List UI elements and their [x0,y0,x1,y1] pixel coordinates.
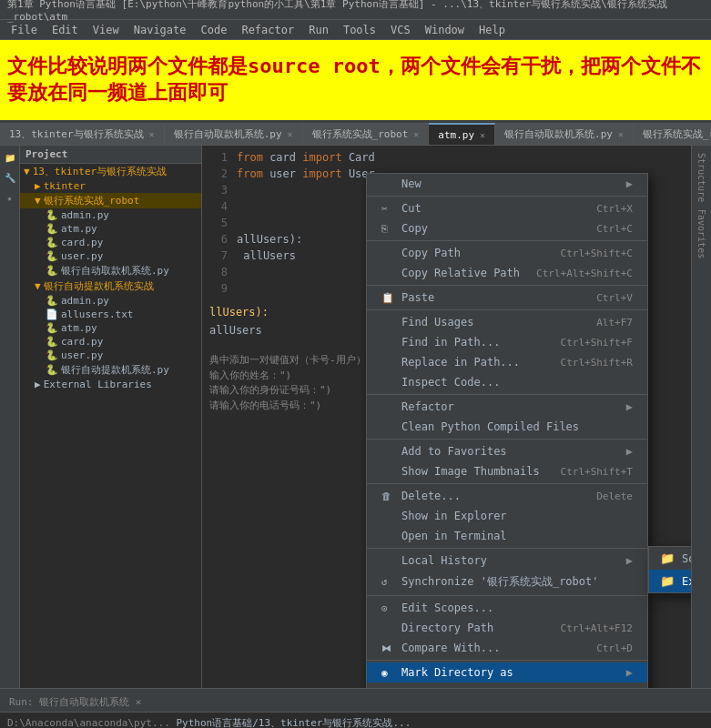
ctx-find-in-path[interactable]: Find in Path... Ctrl+Shift+F [367,332,647,352]
tree-item-tkinter[interactable]: ▶ tkinter [20,179,201,193]
ctx-open-terminal[interactable]: Open in Terminal [367,526,647,546]
menu-navigate[interactable]: Navigate [127,22,194,38]
ctx-copy[interactable]: ⎘Copy Ctrl+C [367,218,647,238]
ctx-add-favorites[interactable]: Add to Favorites ▶ [367,441,647,461]
tree-item-bank2folder[interactable]: ▼ 银行自动提款机系统实战 [20,278,201,294]
folder-icon: ▼ [24,166,30,177]
close-icon[interactable]: ✕ [480,130,485,140]
ctx-compare-with[interactable]: ⧓Compare With... Ctrl+D [367,638,647,658]
tree-item-admin1[interactable]: 🐍 admin.py [20,208,201,222]
tree-item-allusers[interactable]: 📄 allusers.txt [20,308,201,321]
close-icon[interactable]: ✕ [618,129,624,139]
menu-view[interactable]: View [86,22,127,38]
ctx-directory-path[interactable]: Directory Path Ctrl+Alt+F12 [367,618,647,638]
project-header: Project [20,146,201,164]
ctx-local-history[interactable]: Local History ▶ [367,551,647,571]
tree-item-root[interactable]: ▼ 13、tkinter与银行系统实战 [20,164,201,179]
separator [367,439,647,440]
separator [367,196,647,197]
close-icon[interactable]: ✕ [288,129,293,139]
project-tree: ▼ 13、tkinter与银行系统实战 ▶ tkinter ▼ 银行系统实战_r… [20,164,201,688]
py-icon: 🐍 [46,237,58,248]
submenu-excluded[interactable]: 📁 Excluded [649,570,691,592]
tree-item-bank1[interactable]: 🐍 银行自动取款机系统.py [20,263,201,278]
tab-0[interactable]: 13、tkinter与银行系统实战 ✕ [0,123,165,145]
ctx-show-thumbnails[interactable]: Show Image Thumbnails Ctrl+Shift+T [367,461,647,481]
ctx-replace-in-path[interactable]: Replace in Path... Ctrl+Shift+R [367,352,647,372]
ctx-clean-compiled[interactable]: Clean Python Compiled Files [367,417,647,437]
py-icon: 🐍 [46,295,58,307]
tab-1[interactable]: 银行自动取款机系统.py ✕ [165,123,303,145]
py-icon: 🐍 [46,364,58,376]
excluded-label: Excluded [682,575,691,588]
submenu-sources-root[interactable]: 📁 Sources Root [649,547,691,570]
tab-5[interactable]: 银行系统实战_robot\atm.py [634,123,711,145]
py-icon: 🐍 [46,265,58,277]
excluded-icon: 📁 [660,574,675,588]
sources-root-label: Sources Root [682,552,691,565]
run-path-line: D:\Anaconda\anaconda\pyt... Python语言基础/1… [7,716,704,728]
close-icon[interactable]: ✕ [413,129,419,139]
ctx-find-usages[interactable]: Find Usages Alt+F7 [367,312,647,332]
tree-item-external[interactable]: ▶ External Libraries [20,378,201,391]
tree-item-user2[interactable]: 🐍 user.py [20,349,201,362]
menu-vcs[interactable]: VCS [383,22,418,38]
menu-tools[interactable]: Tools [336,22,383,38]
separator [367,309,647,310]
separator [367,548,647,549]
right-sidebar: Structure Favorites [691,146,711,688]
ctx-paste[interactable]: 📋Paste Ctrl+V [367,288,647,308]
tab-2[interactable]: 银行系统实战_robot ✕ [303,123,430,145]
ctx-cut[interactable]: ✂Cut Ctrl+X [367,198,647,218]
py-icon: 🐍 [46,223,58,235]
tree-item-atm2[interactable]: 🐍 atm.py [20,321,201,335]
tree-item-admin2[interactable]: 🐍 admin.py [20,294,201,308]
ctx-mark-directory-as[interactable]: ◉Mark Directory as ▶ [367,662,647,682]
run-tab-run[interactable]: Run: 银行自动取款机系统 × [0,692,150,712]
close-icon[interactable]: ✕ [149,129,155,139]
menu-refactor[interactable]: Refactor [234,22,301,38]
menu-file[interactable]: File [4,22,45,38]
py-icon: 🐍 [46,250,58,262]
tree-item-robot[interactable]: ▼ 银行系统实战_robot [20,193,201,208]
tree-item-card1[interactable]: 🐍 card.py [20,236,201,249]
run-content: D:\Anaconda\anaconda\pyt... Python语言基础/1… [0,713,711,728]
menu-run[interactable]: Run [301,22,336,38]
sidebar-structure-icon[interactable]: 🔧 [2,169,18,186]
tab-4[interactable]: 银行自动取款机系统.py ✕ [495,123,634,145]
menu-bar: File Edit View Navigate Code Refactor Ru… [0,20,711,40]
ctx-refactor[interactable]: Refactor ▶ [367,397,647,417]
ctx-new[interactable]: New ▶ [367,174,647,194]
context-menu: New ▶ ✂Cut Ctrl+X ⎘Copy Ctrl+C Copy Path… [366,173,648,688]
tree-item-bank2py[interactable]: 🐍 银行自动提款机系统.py [20,362,201,378]
ctx-delete[interactable]: 🗑Delete... Delete [367,486,647,506]
structure-tab[interactable]: Structure [695,149,708,206]
tree-item-card2[interactable]: 🐍 card.py [20,335,201,349]
tree-item-user1[interactable]: 🐍 user.py [20,249,201,263]
annotation-banner: 文件比较说明两个文件都是source root，两个文件会有干扰，把两个文件不要… [0,40,711,120]
ctx-inspect-code[interactable]: Inspect Code... [367,372,647,392]
ctx-copy-relative-path[interactable]: Copy Relative Path Ctrl+Alt+Shift+C [367,263,647,283]
sidebar-favorites-icon[interactable]: ★ [2,189,18,206]
menu-code[interactable]: Code [194,22,235,38]
run-panel: Run: 银行自动取款机系统 × D:\Anaconda\anaconda\py… [0,688,711,728]
separator [367,595,647,596]
txt-icon: 📄 [46,308,58,320]
menu-window[interactable]: Window [418,22,472,38]
py-icon: 🐍 [46,322,58,334]
menu-help[interactable]: Help [472,22,513,38]
ctx-remove-bom[interactable]: Remove BOM [367,682,647,688]
sidebar-project-icon[interactable]: 📁 [2,149,18,166]
editor-area[interactable]: 1from card import Card 2from user import… [202,146,691,688]
favorites-tab[interactable]: Favorites [695,206,708,262]
ctx-copy-path[interactable]: Copy Path Ctrl+Shift+C [367,243,647,263]
ctx-show-explorer[interactable]: Show in Explorer [367,506,647,526]
ctx-edit-scopes[interactable]: ⊙Edit Scopes... [367,598,647,618]
py-icon: 🐍 [46,349,58,361]
tree-item-atm1[interactable]: 🐍 atm.py [20,222,201,236]
folder-icon: ▼ [35,280,41,292]
tab-3[interactable]: atm.py ✕ [429,123,495,145]
folder-icon: ▶ [35,180,41,192]
ctx-synchronize[interactable]: ↺Synchronize '银行系统实战_robot' [367,571,647,593]
menu-edit[interactable]: Edit [45,22,86,38]
